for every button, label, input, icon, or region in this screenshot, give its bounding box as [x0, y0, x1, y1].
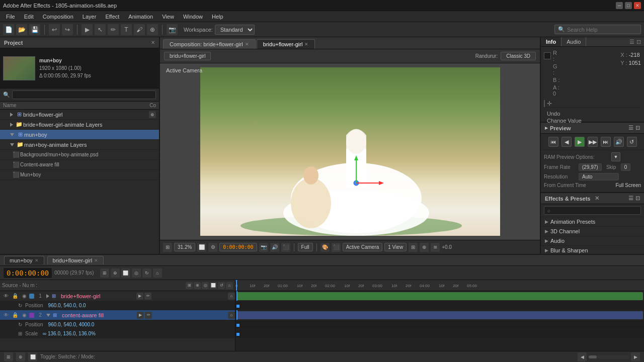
tl-control-icon3[interactable]: ⬜	[121, 268, 130, 278]
layer-ctrl-btn5[interactable]: ↺	[218, 282, 225, 289]
timecode-display[interactable]: 0:00:00:00	[219, 243, 257, 251]
track-bar[interactable]	[236, 292, 643, 300]
list-item[interactable]: ⬛ Mun+boy	[0, 170, 159, 180]
layer-ctrl-btn6[interactable]: ⌂	[226, 282, 233, 289]
tl-tab-close[interactable]: ✕	[35, 258, 39, 263]
layer-ctrl-btn[interactable]: ⊞	[186, 282, 193, 289]
channels-icon[interactable]: 🎨	[320, 243, 330, 252]
layer-expand-icon2[interactable]	[46, 314, 50, 317]
solo-icon[interactable]: ◉	[20, 293, 28, 299]
render-icon[interactable]: ▶	[82, 24, 93, 35]
list-item[interactable]: ⊞ mun+boy	[0, 130, 159, 140]
layer-marker-icon[interactable]: ⌂	[228, 293, 235, 300]
lock-icon2[interactable]: 🔒	[11, 312, 19, 318]
layer-row[interactable]: 👁 🔒 ◉ 1 ⊞ bride+flower-girl ▶ ✏ ⌂	[0, 291, 235, 301]
preview-panel-float[interactable]: ⊡	[635, 125, 640, 131]
tl-control-icon2[interactable]: ⊕	[111, 268, 120, 278]
menu-help[interactable]: Help	[208, 13, 227, 21]
menu-view[interactable]: View	[158, 13, 178, 21]
panel-menu-icon[interactable]: ☰	[629, 39, 634, 45]
menu-animation[interactable]: Animation	[124, 13, 157, 21]
layer-action-1[interactable]: ▶	[136, 293, 143, 300]
keyframe-diamond[interactable]	[236, 305, 239, 308]
play-button[interactable]: ▶	[575, 137, 585, 147]
menu-file[interactable]: File	[2, 13, 19, 21]
audio-tab[interactable]: Audio	[561, 37, 586, 46]
preview-panel-menu[interactable]: ☰	[628, 125, 633, 131]
keyframe-diamond2[interactable]	[236, 324, 239, 327]
go-to-start-button[interactable]: ⏮	[548, 137, 558, 147]
layer-action-2[interactable]: ✏	[144, 293, 151, 300]
ram-preview-dropdown[interactable]: ▼	[611, 152, 620, 161]
prev-frame-button[interactable]: ◀	[561, 137, 572, 147]
effects-close-icon[interactable]: ✕	[595, 195, 599, 202]
menu-composition[interactable]: Composition	[39, 13, 77, 21]
layer-row[interactable]: 👁 🔒 ◉ 2 ⊞ content-aware fill ▶ ✏ ⌂	[0, 310, 235, 320]
fit-comp-icon[interactable]: ⬜	[197, 243, 206, 252]
undo-history-item[interactable]: Undo	[547, 111, 638, 117]
maximize-button[interactable]: □	[625, 2, 632, 9]
text-tool-icon[interactable]: T	[121, 24, 132, 35]
timeline-track-area[interactable]: 0 10f 20f 01:00 10f 20f 02:00 10f 20f 03…	[235, 280, 644, 351]
comp-tab-close[interactable]: ✕	[245, 42, 249, 47]
menu-layer[interactable]: Layer	[78, 13, 101, 21]
effects-search-input[interactable]	[544, 206, 641, 215]
menu-edit[interactable]: Edit	[20, 13, 38, 21]
layer-ctrl-btn3[interactable]: ◎	[202, 282, 209, 289]
info-tab[interactable]: Info	[541, 37, 561, 46]
item-action-icon[interactable]: ⊕	[149, 111, 156, 118]
camera-tool-icon[interactable]: 📷	[167, 24, 178, 35]
view-selector[interactable]: 1 View	[384, 243, 407, 251]
new-project-icon[interactable]: 📄	[3, 24, 14, 35]
tl-tab-mun-boy[interactable]: mun+boy ✕	[4, 256, 44, 264]
tl-control-icon6[interactable]: ⌂	[153, 268, 162, 278]
redo-icon[interactable]: ↪	[62, 24, 73, 35]
render-mode-select[interactable]: Classic 3D	[501, 52, 536, 60]
tl-control-icon5[interactable]: ↻	[142, 268, 151, 278]
menu-window[interactable]: Window	[179, 13, 207, 21]
viewer-preview-icon[interactable]: ⊞	[163, 243, 172, 252]
layer-marker-icon2[interactable]: ⌂	[228, 312, 235, 319]
audio-toggle-button[interactable]: 🔊	[614, 137, 624, 147]
effects-panel-menu[interactable]: ☰	[628, 195, 633, 202]
camera-snap-icon[interactable]: 📷	[259, 243, 268, 252]
timeline-zoom-slider[interactable]	[589, 355, 629, 358]
list-item[interactable]: ⬛ Content-aware fill	[0, 160, 159, 170]
minimize-button[interactable]: ─	[616, 2, 623, 9]
project-search-input[interactable]	[12, 90, 156, 99]
track-row[interactable]	[235, 291, 644, 301]
effect-item[interactable]: ▶ 3D Channel	[541, 227, 644, 236]
menu-effect[interactable]: Effect	[101, 13, 123, 21]
zoom-selector[interactable]: 31.2%	[174, 243, 195, 251]
clone-tool-icon[interactable]: ⊕	[147, 24, 158, 35]
tl-bottom-btn3[interactable]: ⬜	[28, 352, 37, 361]
comp-tab-main[interactable]: Composition: bride+flower-girl ✕	[163, 39, 256, 49]
list-item[interactable]: ⬛ Background/mun+boy-animate.psd	[0, 150, 159, 160]
prop-value3[interactable]: ∞ 136.0, 136.0, 136.0%	[43, 331, 96, 336]
effect-item[interactable]: ▶ Animation Presets	[541, 217, 644, 227]
camera-selector[interactable]: Active Camera	[343, 243, 383, 251]
lock-icon[interactable]: 🔒	[11, 293, 19, 299]
mute-icon[interactable]: 🔊	[270, 243, 279, 252]
select-tool-icon[interactable]: ↖	[95, 24, 106, 35]
keyframe-diamond3[interactable]	[236, 333, 239, 336]
list-item[interactable]: ⊞ bridu+flower-girl ⊕	[0, 110, 159, 120]
resolution-opt-value[interactable]: Auto	[579, 173, 619, 180]
prop-value2[interactable]: 960.0, 540.0, 4000.0	[48, 322, 95, 327]
tl-bottom-btn2[interactable]: ⊕	[16, 352, 25, 361]
open-icon[interactable]: 📂	[16, 24, 27, 35]
composition-viewer[interactable]	[200, 67, 500, 236]
tl-tab-close2[interactable]: ✕	[94, 258, 98, 263]
layer-expand-icon[interactable]	[46, 294, 49, 298]
undo-icon[interactable]: ↩	[49, 24, 60, 35]
snap-icon[interactable]: ⊕	[420, 243, 429, 252]
panel-float-icon[interactable]: ⊡	[636, 39, 641, 45]
workspace-select[interactable]: Standard	[215, 25, 255, 35]
next-frame-button[interactable]: ▶▶	[588, 137, 598, 147]
comp-tab-active-close[interactable]: ✕	[304, 42, 308, 47]
effects-panel-float[interactable]: ⊡	[635, 195, 640, 202]
skip-value[interactable]: 0	[621, 163, 631, 171]
checkerboard-icon[interactable]: ⬛	[332, 243, 341, 252]
close-button[interactable]: ✕	[634, 2, 641, 9]
layer-action-3[interactable]: ▶	[137, 312, 144, 319]
